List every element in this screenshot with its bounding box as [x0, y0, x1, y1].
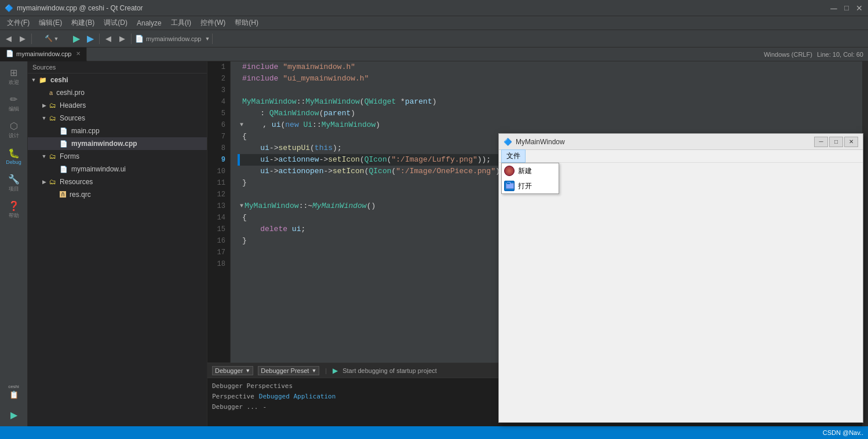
- edit-icon: ✏: [10, 95, 17, 104]
- menu-controls[interactable]: 控件(W): [196, 17, 230, 29]
- tree-item-ceshi-pro[interactable]: a ceshi.pro: [28, 86, 207, 99]
- sidebar-project-name[interactable]: ceshi 📋: [1, 380, 27, 403]
- app-icon: 🔷: [5, 4, 13, 12]
- mymainwindow-cpp-label: mymainwindow.cpp: [71, 140, 137, 148]
- start-debug-icon: ▶: [333, 367, 338, 375]
- sidebar-bottom: ceshi 📋 ▶: [0, 380, 27, 426]
- fold-arrow-13[interactable]: ▼: [240, 200, 243, 212]
- code-line-5: : QMainWindow(parent): [238, 108, 862, 119]
- code-text-4: MyMainWindow::MyMainWindow(QWidget *pare…: [242, 96, 437, 108]
- debugger-status-value: -: [262, 403, 267, 411]
- menu-debug[interactable]: 调试(D): [99, 17, 132, 29]
- minimize-button[interactable]: ─: [830, 4, 838, 12]
- tab-file-label: mymainwindow.cpp: [16, 50, 71, 57]
- preview-menu-file[interactable]: 文件: [501, 149, 526, 163]
- code-line-1: #include "mymainwindow.h": [238, 61, 862, 73]
- tree-item-mymainwindow-cpp[interactable]: 📄 mymainwindow.cpp: [28, 137, 207, 150]
- fold-arrow-6[interactable]: ▼: [240, 119, 243, 131]
- preview-minimize-button[interactable]: ─: [814, 137, 828, 147]
- tree-item-headers[interactable]: ▶ 🗂 Headers: [28, 99, 207, 112]
- tree-item-res-qrc[interactable]: 🅰 res.qrc: [28, 188, 207, 201]
- toolbar: ◀ ▶ 🔨 ▼ ▶ ▶ ◀ ▶ 📄 mymainwindow.cpp ▼: [0, 30, 868, 47]
- sidebar-edit[interactable]: ✏ 编辑: [1, 90, 27, 117]
- window-title: mymainwindow.cpp @ ceshi - Qt Creator: [17, 4, 143, 12]
- preview-window-controls: ─ □ ✕: [814, 137, 858, 147]
- headers-arrow: ▶: [41, 103, 48, 108]
- toolbar-sep-3: [131, 34, 132, 44]
- start-debug-label[interactable]: Start debugging of startup project: [342, 367, 437, 374]
- menu-help[interactable]: 帮助(H): [230, 17, 263, 29]
- sidebar-debug-label: Debug: [6, 159, 21, 165]
- menu-bar: 文件(F) 编辑(E) 构建(B) 调试(D) Analyze 工具(I) 控件…: [0, 16, 868, 30]
- toolbar-debug-run[interactable]: ▶: [84, 32, 97, 45]
- toolbar-build-dropdown[interactable]: 🔨 ▼: [34, 32, 69, 45]
- sidebar-project[interactable]: 🔧 项目: [1, 170, 27, 197]
- dropdown-item-open[interactable]: 打开: [502, 178, 559, 193]
- line-1: 1: [207, 61, 225, 73]
- tab-close-mymainwindow[interactable]: ✕: [76, 50, 81, 57]
- code-text-1: #include "mymainwindow.h": [242, 61, 355, 73]
- preview-maximize-button[interactable]: □: [829, 137, 843, 147]
- tree-body[interactable]: ▼ 📁 ceshi a ceshi.pro ▶ 🗂 Headers: [28, 74, 207, 426]
- preview-menubar: 文件: [499, 150, 863, 163]
- menu-tools[interactable]: 工具(I): [166, 17, 196, 29]
- design-icon: ⬡: [10, 122, 18, 131]
- sidebar-design[interactable]: ⬡ 设计: [1, 117, 27, 144]
- toolbar-back[interactable]: ◀: [2, 32, 15, 45]
- debugger-preset-dropdown[interactable]: Debugger Preset ▼: [258, 366, 319, 375]
- project-name-label: ceshi: [8, 384, 19, 389]
- preview-close-button[interactable]: ✕: [844, 137, 858, 147]
- sources-icon: 🗂: [49, 114, 56, 122]
- preview-window-title: MyMainWindow: [516, 138, 814, 146]
- status-bar: CSDN @Nav..: [0, 426, 868, 439]
- tree-item-sources[interactable]: ▼ 🗂 Sources: [28, 112, 207, 125]
- toolbar-nav-right[interactable]: ▶: [116, 32, 129, 45]
- sidebar-help[interactable]: ❓ 帮助: [1, 197, 27, 224]
- tree-header-label: Sources: [32, 64, 56, 71]
- main-cpp-icon: 📄: [60, 127, 68, 135]
- tree-item-ceshi[interactable]: ▼ 📁 ceshi: [28, 74, 207, 86]
- menu-file[interactable]: 文件(F): [2, 17, 34, 29]
- preview-window[interactable]: 🔷 MyMainWindow ─ □ ✕ 文件 新建: [498, 133, 863, 423]
- sidebar-welcome[interactable]: ⊞ 欢迎: [1, 64, 27, 90]
- main-cpp-label: main.cpp: [71, 127, 100, 135]
- tab-encoding: Windows (CRLF): [764, 51, 812, 58]
- tree-item-mymainwindow-ui[interactable]: 📄 mymainwindow.ui: [28, 163, 207, 175]
- line-numbers: 1 2 3 4 5 6 7 8 9 10 11 12 13: [207, 61, 231, 363]
- toolbar-run[interactable]: ▶: [70, 32, 83, 45]
- ui-label: mymainwindow.ui: [71, 165, 126, 173]
- ceshi-folder-icon: 📁: [39, 76, 47, 84]
- debug-icon: 🐛: [8, 149, 20, 158]
- tree-item-resources[interactable]: ▶ 🗂 Resources: [28, 175, 207, 188]
- toolbar-forward[interactable]: ▶: [16, 32, 29, 45]
- line-13: 13: [207, 200, 225, 212]
- line-6: 6: [207, 119, 225, 131]
- tab-file-icon: 📄: [6, 50, 14, 57]
- maximize-button[interactable]: □: [843, 4, 851, 12]
- menu-analyze[interactable]: Analyze: [132, 18, 166, 28]
- tree-item-main-cpp[interactable]: 📄 main.cpp: [28, 125, 207, 137]
- sidebar-run-button[interactable]: ▶: [1, 403, 27, 426]
- file-dropdown-menu: 新建 打开: [501, 163, 559, 194]
- toolbar-nav-left[interactable]: ◀: [102, 32, 115, 45]
- menu-edit[interactable]: 编辑(E): [34, 17, 67, 29]
- res-icon: 🅰: [60, 191, 66, 198]
- help-icon: ❓: [8, 202, 20, 211]
- tab-mymainwindow-cpp[interactable]: 📄 mymainwindow.cpp ✕: [0, 47, 87, 61]
- resources-label: Resources: [60, 178, 93, 186]
- toolbar-sep-1: [31, 34, 32, 44]
- debugger-dropdown[interactable]: Debugger ▼: [212, 366, 253, 375]
- code-line-2: #include "ui_mymainwindow.h": [238, 73, 862, 85]
- forms-icon: 🗂: [49, 152, 56, 160]
- close-button[interactable]: ✕: [855, 4, 863, 12]
- tree-item-forms[interactable]: ▼ 🗂 Forms: [28, 150, 207, 163]
- sources-label: Sources: [60, 114, 85, 122]
- menu-build[interactable]: 构建(B): [67, 17, 99, 29]
- line-17: 17: [207, 247, 225, 258]
- code-text-13: MyMainWindow::~MyMainWindow(): [245, 200, 375, 212]
- headers-icon: 🗂: [49, 101, 56, 109]
- dropdown-item-new[interactable]: 新建: [502, 163, 559, 178]
- sidebar-debug[interactable]: 🐛 Debug: [1, 144, 27, 170]
- tab-bar: 📄 mymainwindow.cpp ✕ Windows (CRLF) Line…: [0, 47, 868, 61]
- open-icon: [504, 181, 515, 191]
